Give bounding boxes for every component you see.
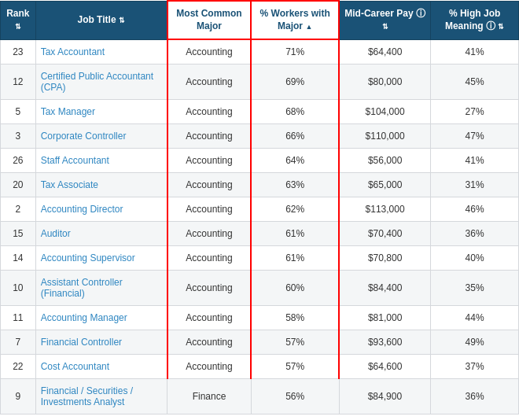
mid-career-cell: $70,800	[339, 246, 431, 271]
mid-career-cell: $113,000	[339, 197, 431, 222]
job-title-cell[interactable]: Accounting Manager	[35, 306, 167, 330]
rank-cell: 11	[1, 306, 36, 330]
job-title-cell[interactable]: Financial Controller	[35, 330, 167, 355]
job-title-sort-icon: ⇅	[119, 17, 125, 24]
job-title-cell[interactable]: Cost Accountant	[35, 355, 167, 379]
major-cell: Accounting	[167, 173, 252, 197]
col-mid-career[interactable]: Mid-Career Pay ⓘ ⇅	[339, 1, 431, 39]
table-row: 9 Financial / Securities / Investments A…	[1, 379, 519, 414]
mid-career-cell: $64,400	[339, 39, 431, 64]
job-title-cell[interactable]: Corporate Controller	[35, 124, 167, 149]
job-title-link[interactable]: Certified Public Accountant (CPA)	[41, 71, 153, 93]
rank-cell: 14	[1, 246, 36, 271]
rank-sort-icon: ⇅	[15, 23, 21, 31]
major-cell: Accounting	[167, 246, 252, 271]
high-meaning-cell: 27%	[431, 100, 519, 124]
mid-career-cell: $56,000	[339, 149, 431, 173]
rank-cell: 12	[1, 64, 36, 100]
rank-cell: 3	[1, 124, 36, 149]
table-row: 3 Corporate Controller Accounting 66% $1…	[1, 124, 519, 149]
rank-cell: 15	[1, 222, 36, 246]
job-title-cell[interactable]: Auditor	[35, 222, 167, 246]
col-rank[interactable]: Rank ⇅	[1, 1, 36, 39]
mid-career-cell: $110,000	[339, 124, 431, 149]
major-cell: Accounting	[167, 222, 252, 246]
job-title-link[interactable]: Accounting Director	[41, 204, 123, 215]
pct-workers-cell: 62%	[251, 197, 339, 222]
job-title-cell[interactable]: Accounting Supervisor	[35, 246, 167, 271]
high-meaning-cell: 36%	[431, 379, 519, 414]
job-title-cell[interactable]: Financial / Securities / Investments Ana…	[35, 379, 167, 414]
job-title-cell[interactable]: Staff Accountant	[35, 149, 167, 173]
high-meaning-cell: 49%	[431, 330, 519, 355]
job-title-cell[interactable]: Assistant Controller (Financial)	[35, 271, 167, 306]
table-row: 5 Tax Manager Accounting 68% $104,000 27…	[1, 100, 519, 124]
mid-career-cell: $93,600	[339, 330, 431, 355]
high-meaning-cell: 44%	[431, 306, 519, 330]
job-title-cell[interactable]: Tax Accountant	[35, 39, 167, 64]
job-title-link[interactable]: Cost Accountant	[41, 361, 109, 372]
data-table: Rank ⇅ Job Title ⇅ Most Common Major % W…	[0, 0, 519, 414]
rank-cell: 2	[1, 197, 36, 222]
pct-workers-cell: 61%	[251, 246, 339, 271]
pct-workers-cell: 57%	[251, 355, 339, 379]
job-title-link[interactable]: Accounting Manager	[41, 312, 127, 323]
pct-workers-cell: 58%	[251, 306, 339, 330]
table-wrapper: Rank ⇅ Job Title ⇅ Most Common Major % W…	[0, 0, 519, 414]
table-row: 23 Tax Accountant Accounting 71% $64,400…	[1, 39, 519, 64]
high-meaning-cell: 31%	[431, 173, 519, 197]
pct-workers-cell: 69%	[251, 64, 339, 100]
pct-workers-label: % Workers with Major	[260, 8, 330, 31]
major-cell: Accounting	[167, 124, 252, 149]
job-title-link[interactable]: Financial / Securities / Investments Ana…	[41, 385, 133, 407]
high-meaning-cell: 45%	[431, 64, 519, 100]
rank-cell: 22	[1, 355, 36, 379]
major-cell: Finance	[167, 379, 252, 414]
high-meaning-cell: 47%	[431, 124, 519, 149]
job-title-link[interactable]: Accounting Supervisor	[41, 252, 135, 263]
high-meaning-cell: 41%	[431, 39, 519, 64]
job-title-cell[interactable]: Certified Public Accountant (CPA)	[35, 64, 167, 100]
col-high-meaning[interactable]: % High Job Meaning ⓘ ⇅	[431, 1, 519, 39]
pct-workers-cell: 56%	[251, 379, 339, 414]
table-row: 15 Auditor Accounting 61% $70,400 36%	[1, 222, 519, 246]
col-major[interactable]: Most Common Major	[167, 1, 252, 39]
high-meaning-cell: 35%	[431, 271, 519, 306]
job-title-cell[interactable]: Tax Associate	[35, 173, 167, 197]
high-meaning-cell: 46%	[431, 197, 519, 222]
pct-sort-icon: ▲	[305, 23, 312, 31]
major-label: Most Common Major	[176, 8, 241, 31]
job-title-link[interactable]: Tax Manager	[41, 106, 95, 117]
high-meaning-cell: 37%	[431, 355, 519, 379]
major-cell: Accounting	[167, 64, 252, 100]
pct-workers-cell: 60%	[251, 271, 339, 306]
mid-career-cell: $64,600	[339, 355, 431, 379]
job-title-link[interactable]: Staff Accountant	[41, 155, 109, 166]
table-row: 2 Accounting Director Accounting 62% $11…	[1, 197, 519, 222]
job-title-link[interactable]: Corporate Controller	[41, 131, 127, 142]
pct-workers-cell: 68%	[251, 100, 339, 124]
mid-career-cell: $80,000	[339, 64, 431, 100]
job-title-link[interactable]: Tax Associate	[41, 179, 98, 190]
col-job-title[interactable]: Job Title ⇅	[35, 1, 167, 39]
job-title-label: Job Title	[77, 14, 116, 25]
job-title-link[interactable]: Financial Controller	[41, 337, 122, 348]
high-meaning-cell: 40%	[431, 246, 519, 271]
job-title-cell[interactable]: Tax Manager	[35, 100, 167, 124]
pct-workers-cell: 71%	[251, 39, 339, 64]
rank-cell: 5	[1, 100, 36, 124]
mid-career-info-icon[interactable]: ⓘ	[416, 8, 425, 19]
pct-workers-cell: 57%	[251, 330, 339, 355]
job-title-link[interactable]: Assistant Controller (Financial)	[41, 277, 123, 299]
high-meaning-info-icon[interactable]: ⓘ	[486, 20, 495, 31]
high-meaning-cell: 41%	[431, 149, 519, 173]
mid-career-cell: $81,000	[339, 306, 431, 330]
pct-workers-cell: 66%	[251, 124, 339, 149]
pct-workers-cell: 63%	[251, 173, 339, 197]
job-title-link[interactable]: Tax Accountant	[41, 46, 105, 57]
job-title-cell[interactable]: Accounting Director	[35, 197, 167, 222]
job-title-link[interactable]: Auditor	[41, 228, 71, 239]
col-pct-workers[interactable]: % Workers with Major ▲	[251, 1, 339, 39]
mid-career-cell: $70,400	[339, 222, 431, 246]
pct-workers-cell: 64%	[251, 149, 339, 173]
